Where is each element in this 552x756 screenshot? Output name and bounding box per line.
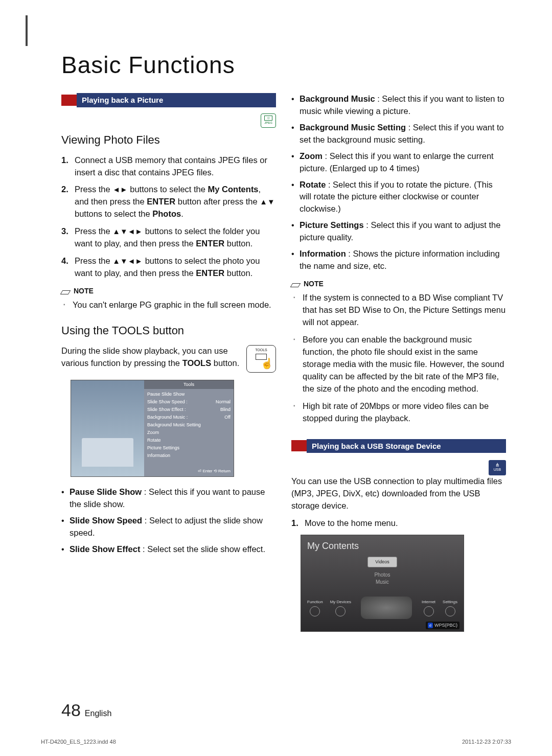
step-item: Connect a USB memory that contains JPEG …: [61, 154, 276, 179]
note-item: If the system is connected to a BD Wise …: [303, 292, 506, 329]
ribbon-accent: [61, 95, 77, 106]
step-item: Move to the home menu.: [291, 517, 506, 530]
bullet-item: Rotate : Select this if you to rotate th…: [291, 179, 506, 216]
mc-center-art: [361, 597, 412, 619]
note-item: You can't enlarge PG graphic in the full…: [73, 299, 276, 311]
note-label: NOTE: [74, 286, 94, 296]
bullet-item: Background Music : Select this if you wa…: [291, 93, 506, 118]
screenshot-menu: Tools Pause Slide Show Slide Show Speed …: [144, 380, 234, 476]
left-column: Playing back a Picture ⦾ JPEG Viewing Ph…: [61, 93, 276, 632]
mc-options: Photos Music: [301, 571, 464, 586]
tools-paragraph: During the slide show playback, you can …: [61, 345, 240, 370]
screenshot-photo: [71, 380, 144, 476]
section-ribbon: Playing back a Picture: [61, 93, 276, 107]
usb-paragraph: You can use the USB connection to play m…: [291, 475, 506, 512]
mc-mydevices: My Devices: [330, 599, 351, 616]
mc-bottom-bar: Function My Devices Internet Settings: [301, 597, 464, 619]
step-item: Press the ◄► buttons to select the My Co…: [61, 184, 276, 220]
note-heading: NOTE: [61, 286, 276, 296]
mc-tab-videos: Videos: [367, 557, 397, 567]
mc-title: My Contents: [301, 535, 464, 557]
bullet-item: Slide Show Effect : Select set the slide…: [61, 543, 276, 556]
footer-date: 2011-12-23 2:07:33: [462, 739, 511, 745]
tools-button-icon: TOOLS ☝: [246, 345, 276, 373]
bullet-item: Slide Show Speed : Select to adjust the …: [61, 515, 276, 539]
step-item: Press the ▲▼◄► buttons to select the fol…: [61, 225, 276, 250]
steps-list: Connect a USB memory that contains JPEG …: [61, 154, 276, 280]
mc-settings: Settings: [443, 599, 457, 616]
bullet-item: Background Music Setting : Select this i…: [291, 122, 506, 146]
note-icon: [61, 287, 71, 294]
bullet-item: Information : Shows the picture informat…: [291, 248, 506, 272]
usb-icon: ⋔ USB: [489, 460, 506, 475]
note-item: Before you can enable the background mus…: [303, 334, 506, 395]
right-bullets: Background Music : Select this if you wa…: [291, 93, 506, 272]
note-item: High bit rate of 20Mbps or more video fi…: [303, 400, 506, 425]
screenshot-footer: ⏎ Enter ⟲ Return: [198, 468, 231, 474]
home-menu-screenshot: My Contents Videos Photos Music Function…: [301, 535, 464, 632]
mc-footer: dWPS(PBC): [426, 622, 459, 629]
subheading-viewing: Viewing Photo Files: [61, 132, 276, 148]
note-list: If the system is connected to a BD Wise …: [291, 292, 506, 424]
crop-mark: [26, 15, 28, 46]
content-columns: Playing back a Picture ⦾ JPEG Viewing Ph…: [61, 93, 506, 632]
tools-menu-screenshot: Tools Pause Slide Show Slide Show Speed …: [71, 380, 234, 477]
jpeg-icon: ⦾ JPEG: [261, 113, 276, 128]
subheading-tools: Using the TOOLS button: [61, 323, 276, 339]
left-bullets: Pause Slide Show : Select this if you wa…: [61, 486, 276, 556]
hand-icon: ☝: [261, 356, 273, 371]
note-label: NOTE: [304, 279, 324, 289]
note-heading: NOTE: [291, 279, 506, 289]
right-column: Background Music : Select this if you wa…: [291, 93, 506, 632]
ribbon-accent: [291, 440, 307, 451]
mc-tabs: Videos: [301, 557, 464, 567]
step-item: Press the ▲▼◄► buttons to select the pho…: [61, 255, 276, 280]
page: Basic Functions Playing back a Picture ⦾…: [0, 0, 552, 756]
ribbon-label: Playing back a Picture: [77, 93, 276, 107]
chapter-title: Basic Functions: [61, 51, 506, 79]
page-language: English: [85, 709, 111, 718]
section-ribbon: Playing back a USB Storage Device: [291, 439, 506, 453]
footer-file: HT-D4200_ELS_1223.indd 48: [41, 739, 116, 745]
ribbon-label: Playing back a USB Storage Device: [307, 439, 506, 453]
print-footer: HT-D4200_ELS_1223.indd 48 2011-12-23 2:0…: [41, 739, 511, 745]
bullet-item: Pause Slide Show : Select this if you wa…: [61, 486, 276, 511]
note-icon: [291, 280, 301, 287]
menu-title: Tools: [144, 380, 234, 389]
bullet-item: Picture Settings : Select this if you wa…: [291, 219, 506, 244]
steps-list: Move to the home menu.: [291, 517, 506, 530]
note-list: You can't enlarge PG graphic in the full…: [61, 299, 276, 311]
page-number: 48: [61, 700, 81, 720]
tools-row: During the slide show playback, you can …: [61, 345, 276, 373]
bullet-item: Zoom : Select this if you want to enlarg…: [291, 150, 506, 175]
mc-internet: Internet: [422, 599, 435, 616]
mc-function: Function: [307, 599, 323, 616]
page-footer: 48 English: [61, 700, 111, 720]
